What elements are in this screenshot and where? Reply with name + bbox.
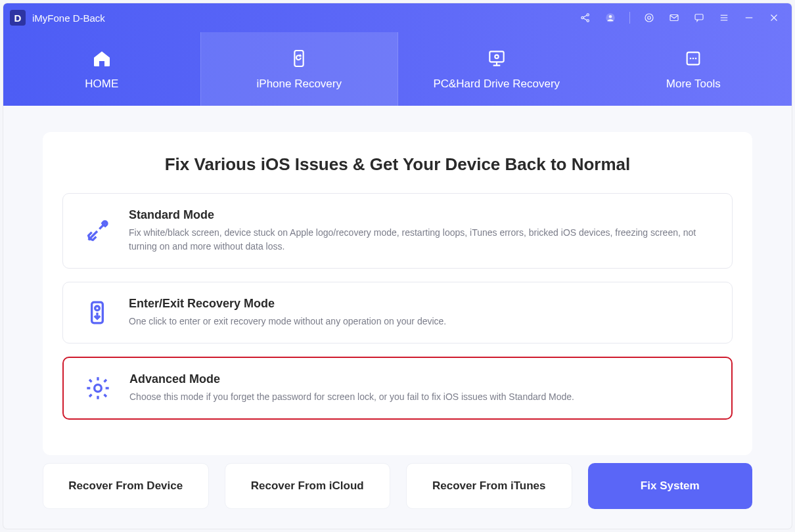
mail-icon[interactable] (668, 12, 680, 24)
settings-gear-icon[interactable] (643, 12, 655, 24)
top-nav: HOME iPhone Recovery PC&Hard Drive Recov… (3, 32, 792, 106)
nav-iphone-recovery[interactable]: iPhone Recovery (200, 32, 399, 106)
svg-rect-18 (489, 51, 503, 62)
titlebar: D iMyFone D-Back (3, 3, 792, 32)
svg-point-19 (495, 55, 498, 58)
main-area: Fix Various iOS Issues & Get Your Device… (3, 106, 792, 462)
monitor-icon (486, 47, 508, 70)
mode-recovery[interactable]: Enter/Exit Recovery Mode One click to en… (62, 282, 733, 344)
svg-point-23 (690, 58, 692, 60)
app-title: iMyFone D-Back (32, 12, 105, 24)
mode-advanced-title: Advanced Mode (129, 372, 574, 386)
nav-home[interactable]: HOME (3, 32, 200, 106)
bottom-buttons: Recover From Device Recover From iCloud … (43, 463, 752, 509)
mode-recovery-title: Enter/Exit Recovery Mode (129, 297, 446, 311)
nav-more-label: More Tools (666, 78, 721, 91)
svg-point-1 (587, 14, 589, 16)
feedback-icon[interactable] (693, 12, 705, 24)
mode-standard-desc: Fix white/black screen, device stuck on … (129, 226, 714, 254)
phone-download-icon (81, 297, 113, 328)
svg-point-2 (587, 20, 589, 22)
svg-point-24 (693, 58, 694, 60)
main-card: Fix Various iOS Issues & Get Your Device… (43, 132, 752, 455)
nav-more-tools[interactable]: More Tools (595, 32, 792, 106)
svg-point-6 (609, 15, 612, 18)
mode-advanced-desc: Choose this mode if you forget the passw… (129, 390, 574, 404)
mode-advanced[interactable]: Advanced Mode Choose this mode if you fo… (62, 357, 733, 420)
fix-system-button[interactable]: Fix System (588, 463, 753, 509)
more-dots-icon (682, 47, 704, 70)
page-title: Fix Various iOS Issues & Get Your Device… (62, 154, 733, 175)
svg-line-3 (583, 15, 587, 17)
nav-pc-label: PC&Hard Drive Recovery (433, 78, 560, 91)
svg-point-25 (695, 58, 697, 60)
account-icon[interactable] (604, 12, 616, 24)
mode-recovery-desc: One click to enter or exit recovery mode… (129, 315, 446, 328)
svg-point-0 (581, 16, 583, 18)
svg-point-28 (95, 306, 100, 311)
wrench-screwdriver-icon (81, 215, 113, 247)
nav-iphone-label: iPhone Recovery (257, 78, 342, 91)
nav-pc-hard-drive[interactable]: PC&Hard Drive Recovery (398, 32, 595, 106)
svg-rect-10 (695, 14, 703, 20)
phone-refresh-icon (288, 47, 310, 70)
recover-from-device-button[interactable]: Recover From Device (43, 463, 209, 509)
app-window: D iMyFone D-Back (3, 3, 792, 529)
gear-icon (82, 372, 114, 404)
mode-standard[interactable]: Standard Mode Fix white/black screen, de… (62, 193, 733, 269)
svg-point-29 (95, 385, 102, 392)
minimize-icon[interactable] (743, 12, 755, 24)
menu-icon[interactable] (718, 12, 730, 24)
recover-from-itunes-button[interactable]: Recover From iTunes (406, 463, 572, 509)
mode-standard-text: Standard Mode Fix white/black screen, de… (129, 208, 714, 254)
share-icon[interactable] (579, 12, 591, 24)
titlebar-separator (629, 12, 630, 24)
app-logo: D (10, 10, 26, 26)
titlebar-right (579, 12, 780, 24)
titlebar-left: D iMyFone D-Back (10, 10, 105, 26)
close-icon[interactable] (768, 12, 780, 24)
svg-point-7 (645, 14, 653, 22)
mode-standard-title: Standard Mode (129, 208, 714, 222)
svg-line-4 (583, 18, 587, 20)
recover-from-icloud-button[interactable]: Recover From iCloud (225, 463, 391, 509)
mode-recovery-text: Enter/Exit Recovery Mode One click to en… (129, 297, 446, 328)
home-icon (91, 47, 113, 70)
nav-home-label: HOME (85, 78, 118, 91)
mode-advanced-text: Advanced Mode Choose this mode if you fo… (129, 372, 574, 404)
svg-point-8 (648, 16, 651, 20)
